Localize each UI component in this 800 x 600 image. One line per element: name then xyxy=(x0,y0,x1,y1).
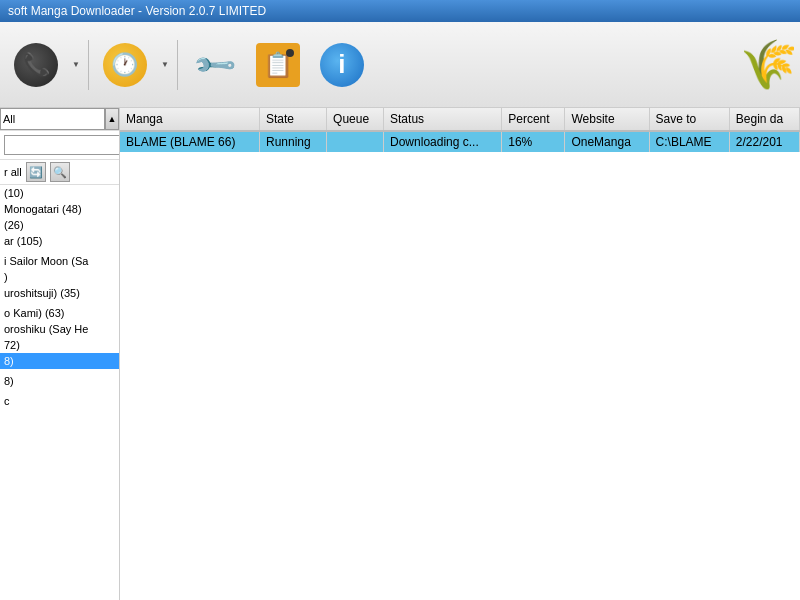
sidebar-item[interactable]: ) xyxy=(0,269,119,285)
sidebar-item[interactable]: i Sailor Moon (Sa xyxy=(0,253,119,269)
sidebar-item[interactable]: (26) xyxy=(0,217,119,233)
sidebar-item[interactable]: 8) xyxy=(0,353,119,369)
sidebar-refresh-button[interactable]: 🔄 xyxy=(26,162,46,182)
separator-1 xyxy=(88,40,89,90)
screwdriver-icon: 🔧 xyxy=(183,33,245,95)
table-header-beginDate[interactable]: Begin da xyxy=(729,108,799,131)
content-area: MangaStateQueueStatusPercentWebsiteSave … xyxy=(120,108,800,600)
table-header-website[interactable]: Website xyxy=(565,108,649,131)
table-header-status[interactable]: Status xyxy=(384,108,502,131)
screwdriver-button[interactable]: 🔧 xyxy=(184,35,244,95)
sidebar-item[interactable]: 72) xyxy=(0,337,119,353)
table-header-queue[interactable]: Queue xyxy=(327,108,384,131)
sidebar-item[interactable]: c xyxy=(0,393,119,409)
table-body: BLAME (BLAME 66)RunningDownloading c...1… xyxy=(120,131,800,152)
title-text: soft Manga Downloader - Version 2.0.7 LI… xyxy=(8,4,266,18)
sidebar-top-bar: All ▲ xyxy=(0,108,119,131)
table-cell-status: Downloading c... xyxy=(384,131,502,152)
phone-button[interactable]: 📞 xyxy=(6,35,66,95)
sidebar-scroll-up-button[interactable]: ▲ xyxy=(105,108,119,130)
decoration-wheat: 🌾 xyxy=(744,27,794,103)
sidebar-search-input[interactable] xyxy=(4,135,120,155)
clock-icon: 🕐 xyxy=(103,43,147,87)
notepad-icon: 📋 xyxy=(256,43,300,87)
sidebar-item[interactable]: uroshitsuji) (35) xyxy=(0,285,119,301)
table-cell-state: Running xyxy=(259,131,326,152)
sidebar: All ▲ 🔍 r all 🔄 🔍 (10)Monogatari (48)(26… xyxy=(0,108,120,600)
table-cell-website: OneManga xyxy=(565,131,649,152)
sidebar-search2-button[interactable]: 🔍 xyxy=(50,162,70,182)
table-row[interactable]: BLAME (BLAME 66)RunningDownloading c...1… xyxy=(120,131,800,152)
sidebar-item[interactable]: 8) xyxy=(0,373,119,389)
table-cell-queue xyxy=(327,131,384,152)
phone-icon: 📞 xyxy=(14,43,58,87)
sidebar-item[interactable]: (10) xyxy=(0,185,119,201)
main-area: All ▲ 🔍 r all 🔄 🔍 (10)Monogatari (48)(26… xyxy=(0,108,800,600)
toolbar: 📞 ▼ 🕐 ▼ 🔧 📋 i 🌾 xyxy=(0,22,800,108)
title-bar: soft Manga Downloader - Version 2.0.7 LI… xyxy=(0,0,800,22)
info-button[interactable]: i xyxy=(312,35,372,95)
sidebar-action-row: r all 🔄 🔍 xyxy=(0,160,119,185)
sidebar-list[interactable]: (10)Monogatari (48)(26)ar (105)i Sailor … xyxy=(0,185,119,600)
sidebar-item[interactable]: ar (105) xyxy=(0,233,119,249)
clock-dropdown-arrow[interactable]: ▼ xyxy=(159,58,171,71)
sidebar-item[interactable]: oroshiku (Say He xyxy=(0,321,119,337)
sidebar-search-row: 🔍 xyxy=(0,131,119,160)
table-header-row: MangaStateQueueStatusPercentWebsiteSave … xyxy=(120,108,800,131)
table-header-saveTo[interactable]: Save to xyxy=(649,108,729,131)
table-cell-manga: BLAME (BLAME 66) xyxy=(120,131,259,152)
table-header-state[interactable]: State xyxy=(259,108,326,131)
sidebar-item[interactable]: Monogatari (48) xyxy=(0,201,119,217)
info-icon: i xyxy=(320,43,364,87)
notepad-button[interactable]: 📋 xyxy=(248,35,308,95)
sidebar-item[interactable]: o Kami) (63) xyxy=(0,305,119,321)
table-header-manga[interactable]: Manga xyxy=(120,108,259,131)
download-table: MangaStateQueueStatusPercentWebsiteSave … xyxy=(120,108,800,152)
table-cell-saveTo: C:\BLAME xyxy=(649,131,729,152)
table-cell-percent: 16% xyxy=(502,131,565,152)
table-header-percent[interactable]: Percent xyxy=(502,108,565,131)
separator-2 xyxy=(177,40,178,90)
table-cell-beginDate: 2/22/201 xyxy=(729,131,799,152)
check-all-label: r all xyxy=(4,166,22,178)
phone-dropdown-arrow[interactable]: ▼ xyxy=(70,58,82,71)
sidebar-filter-dropdown[interactable]: All xyxy=(0,108,105,130)
clock-button[interactable]: 🕐 xyxy=(95,35,155,95)
